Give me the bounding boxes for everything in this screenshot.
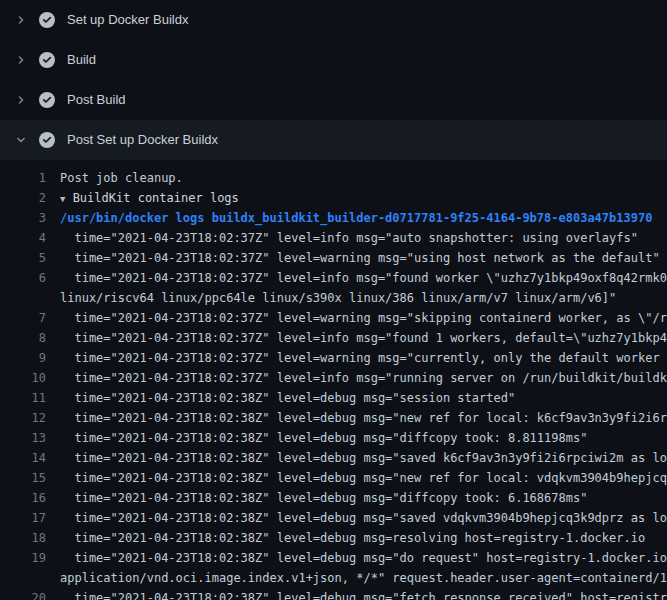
steps-list: Set up Docker BuildxBuildPost BuildPost … [0, 0, 667, 160]
step-row-4[interactable]: Post Set up Docker Buildx [0, 120, 667, 160]
check-circle-icon [39, 92, 55, 108]
line-number[interactable]: 6 [0, 268, 46, 288]
log-line[interactable]: 2▼ BuildKit container logs [0, 188, 667, 208]
log-text: time="2021-04-23T18:02:38Z" level=debug … [46, 528, 667, 548]
line-number[interactable]: 14 [0, 448, 46, 468]
line-number [0, 568, 46, 588]
line-number[interactable]: 5 [0, 248, 46, 268]
log-text: time="2021-04-23T18:02:37Z" level=warnin… [46, 248, 667, 268]
log-text: time="2021-04-23T18:02:38Z" level=debug … [46, 428, 667, 448]
log-line: 13 time="2021-04-23T18:02:38Z" level=deb… [0, 428, 667, 448]
line-number[interactable]: 13 [0, 428, 46, 448]
line-number[interactable]: 12 [0, 408, 46, 428]
log-line: 4 time="2021-04-23T18:02:37Z" level=info… [0, 228, 667, 248]
log-text: ▼ BuildKit container logs [46, 188, 667, 208]
log-text: Post job cleanup. [46, 168, 667, 188]
log-line: 5 time="2021-04-23T18:02:37Z" level=warn… [0, 248, 667, 268]
log-lines: 1Post job cleanup.2▼ BuildKit container … [0, 160, 667, 600]
step-row-3[interactable]: Post Build [0, 80, 667, 120]
line-number[interactable]: 20 [0, 588, 46, 600]
check-circle-icon [39, 52, 55, 68]
group-collapse-icon[interactable]: ▼ [60, 194, 65, 204]
line-number[interactable]: 3 [0, 208, 46, 228]
log-line: 1Post job cleanup. [0, 168, 667, 188]
log-line: 11 time="2021-04-23T18:02:38Z" level=deb… [0, 388, 667, 408]
line-number[interactable]: 8 [0, 328, 46, 348]
log-text: time="2021-04-23T18:02:38Z" level=debug … [46, 508, 667, 528]
line-number[interactable]: 1 [0, 168, 46, 188]
line-number[interactable]: 15 [0, 468, 46, 488]
log-line: linux/riscv64 linux/ppc64le linux/s390x … [0, 288, 667, 308]
line-number[interactable]: 18 [0, 528, 46, 548]
check-circle-icon [39, 132, 55, 148]
log-line: 8 time="2021-04-23T18:02:37Z" level=info… [0, 328, 667, 348]
line-number[interactable]: 7 [0, 308, 46, 328]
log-line: 16 time="2021-04-23T18:02:38Z" level=deb… [0, 488, 667, 508]
log-text: time="2021-04-23T18:02:37Z" level=warnin… [46, 308, 667, 328]
log-text: time="2021-04-23T18:02:38Z" level=debug … [46, 388, 667, 408]
log-text: time="2021-04-23T18:02:37Z" level=info m… [46, 228, 667, 248]
log-text: time="2021-04-23T18:02:38Z" level=debug … [46, 468, 667, 488]
log-line: application/vnd.oci.image.index.v1+json,… [0, 568, 667, 588]
line-number[interactable]: 4 [0, 228, 46, 248]
log-text: time="2021-04-23T18:02:37Z" level=info m… [46, 368, 667, 388]
step-label: Post Set up Docker Buildx [67, 120, 218, 160]
line-number [0, 288, 46, 308]
check-circle-icon [39, 12, 55, 28]
log-line: 14 time="2021-04-23T18:02:38Z" level=deb… [0, 448, 667, 468]
log-line: 7 time="2021-04-23T18:02:37Z" level=warn… [0, 308, 667, 328]
chevron-right-icon[interactable] [14, 13, 28, 27]
line-number[interactable]: 17 [0, 508, 46, 528]
log-text: time="2021-04-23T18:02:37Z" level=info m… [46, 268, 667, 288]
log-text: time="2021-04-23T18:02:38Z" level=debug … [46, 408, 667, 428]
log-line: 10 time="2021-04-23T18:02:37Z" level=inf… [0, 368, 667, 388]
line-number[interactable]: 19 [0, 548, 46, 568]
log-text: linux/riscv64 linux/ppc64le linux/s390x … [46, 288, 667, 308]
log-line: 15 time="2021-04-23T18:02:38Z" level=deb… [0, 468, 667, 488]
step-row-1[interactable]: Set up Docker Buildx [0, 0, 667, 40]
step-label: Post Build [67, 80, 126, 120]
log-text: time="2021-04-23T18:02:38Z" level=debug … [46, 548, 667, 568]
log-line: 6 time="2021-04-23T18:02:37Z" level=info… [0, 268, 667, 288]
log-text: time="2021-04-23T18:02:37Z" level=info m… [46, 328, 667, 348]
line-number[interactable]: 10 [0, 368, 46, 388]
log-line: 9 time="2021-04-23T18:02:37Z" level=warn… [0, 348, 667, 368]
workflow-log-viewer: Set up Docker BuildxBuildPost BuildPost … [0, 0, 667, 600]
log-line: 3/usr/bin/docker logs buildx_buildkit_bu… [0, 208, 667, 228]
step-label: Set up Docker Buildx [67, 0, 188, 40]
log-line: 19 time="2021-04-23T18:02:38Z" level=deb… [0, 548, 667, 568]
log-line: 20 time="2021-04-23T18:02:38Z" level=deb… [0, 588, 667, 600]
log-text: time="2021-04-23T18:02:38Z" level=debug … [46, 488, 667, 508]
log-line: 12 time="2021-04-23T18:02:38Z" level=deb… [0, 408, 667, 428]
chevron-right-icon[interactable] [14, 93, 28, 107]
log-text: time="2021-04-23T18:02:38Z" level=debug … [46, 448, 667, 468]
chevron-right-icon[interactable] [14, 53, 28, 67]
log-text: time="2021-04-23T18:02:38Z" level=debug … [46, 588, 667, 600]
log-line: 18 time="2021-04-23T18:02:38Z" level=deb… [0, 528, 667, 548]
log-text: application/vnd.oci.image.index.v1+json,… [46, 568, 667, 588]
chevron-down-icon[interactable] [14, 133, 28, 147]
line-number[interactable]: 9 [0, 348, 46, 368]
line-number[interactable]: 2 [0, 188, 46, 208]
step-row-2[interactable]: Build [0, 40, 667, 80]
line-number[interactable]: 16 [0, 488, 46, 508]
log-command-text: /usr/bin/docker logs buildx_buildkit_bui… [46, 208, 667, 228]
log-line: 17 time="2021-04-23T18:02:38Z" level=deb… [0, 508, 667, 528]
step-label: Build [67, 40, 96, 80]
log-text: time="2021-04-23T18:02:37Z" level=warnin… [46, 348, 667, 368]
line-number[interactable]: 11 [0, 388, 46, 408]
